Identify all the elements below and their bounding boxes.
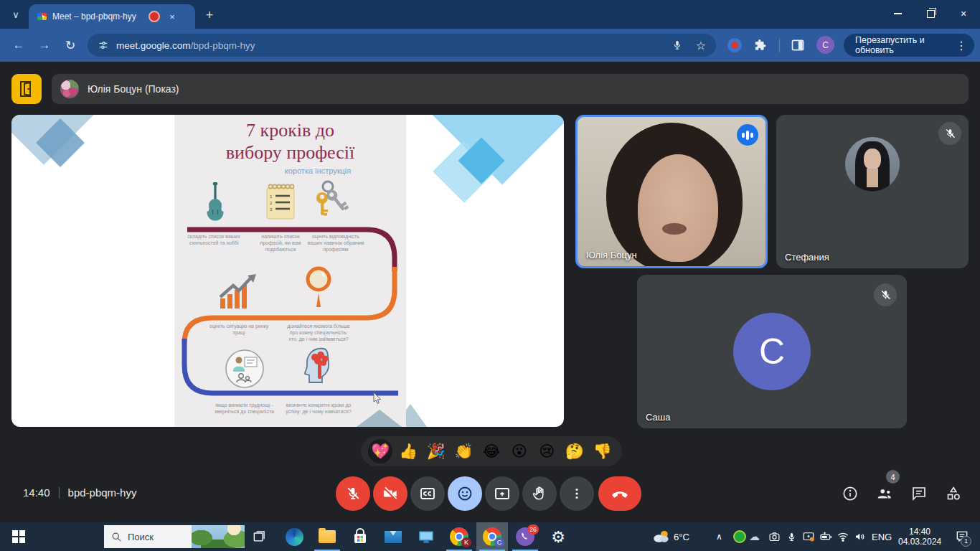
activities-button[interactable] bbox=[942, 482, 965, 505]
meeting-details-button[interactable] bbox=[839, 482, 862, 505]
step-caption: дізнайтеся якомога більше про кожну спец… bbox=[286, 323, 352, 342]
end-call-button[interactable] bbox=[598, 476, 641, 511]
reaction-laugh[interactable]: 😂 bbox=[479, 439, 504, 463]
reactions-bar: 💖 👍 🎉 👏 😂 😮 😢 🤔 👎 bbox=[361, 436, 622, 466]
taskbar-explorer[interactable] bbox=[311, 522, 343, 551]
minimize-icon bbox=[894, 13, 902, 14]
window-minimize-button[interactable] bbox=[881, 0, 914, 27]
video-tile-sasha[interactable]: C Саша bbox=[637, 275, 907, 428]
side-panel-icon[interactable] bbox=[791, 38, 805, 52]
taskbar-clock[interactable]: 14:4004.03.2024 bbox=[898, 522, 941, 551]
action-center-button[interactable]: 1 bbox=[951, 522, 973, 551]
antivirus-icon bbox=[733, 530, 746, 543]
tray-antivirus[interactable] bbox=[732, 522, 748, 551]
chrome-profile-badge: K bbox=[461, 537, 471, 547]
step-caption: визначте конкретні кроки до успіху: де і… bbox=[286, 402, 352, 415]
taskbar-settings[interactable]: ⚙ bbox=[542, 522, 574, 551]
language-indicator[interactable]: ENG bbox=[872, 522, 892, 551]
taskbar-chrome-profile2-active[interactable]: C bbox=[476, 522, 508, 551]
reaction-party[interactable]: 🎉 bbox=[424, 439, 448, 463]
chrome-icon: K bbox=[450, 527, 468, 546]
more-options-button[interactable] bbox=[560, 476, 594, 511]
taskbar-search[interactable]: Поиск bbox=[104, 525, 245, 548]
extensions-puzzle-icon[interactable] bbox=[753, 38, 768, 52]
language-label: ENG bbox=[872, 532, 892, 542]
door-extension-button[interactable] bbox=[11, 74, 42, 104]
magnifier-icon bbox=[298, 263, 339, 310]
present-button[interactable] bbox=[485, 476, 519, 511]
taskbar-chrome-profile1[interactable]: K bbox=[443, 522, 475, 551]
specialist-icon bbox=[225, 349, 265, 389]
tray-volume[interactable] bbox=[852, 522, 868, 551]
chrome-icon: C bbox=[483, 527, 501, 546]
mic-off-icon bbox=[345, 486, 361, 501]
tray-microphone[interactable] bbox=[783, 522, 799, 551]
participants-button[interactable] bbox=[873, 482, 896, 505]
reload-button[interactable]: ↻ bbox=[60, 35, 80, 55]
taskbar-mail[interactable] bbox=[377, 522, 409, 551]
speaker-face bbox=[638, 154, 718, 262]
captions-button[interactable] bbox=[410, 476, 445, 511]
search-daily-image bbox=[192, 525, 245, 548]
back-button[interactable]: ← bbox=[9, 35, 29, 55]
chat-button[interactable] bbox=[908, 482, 930, 505]
new-tab-button[interactable]: + bbox=[201, 7, 218, 23]
restart-update-button[interactable]: Перезапустить и обновить ⋮ bbox=[844, 34, 974, 57]
step-caption: напишіть список професій, які вам подоба… bbox=[250, 233, 311, 253]
start-button[interactable] bbox=[4, 522, 33, 551]
reaction-heart[interactable]: 💖 bbox=[368, 439, 392, 463]
window-restore-button[interactable] bbox=[914, 0, 947, 27]
meeting-time: 14:40 bbox=[23, 486, 50, 499]
reaction-thinking[interactable]: 🤔 bbox=[562, 439, 587, 463]
raise-hand-button[interactable] bbox=[522, 476, 557, 511]
profile-avatar[interactable]: C bbox=[816, 36, 834, 54]
tray-wifi[interactable] bbox=[835, 522, 851, 551]
task-view-button[interactable] bbox=[247, 522, 271, 551]
tray-capture[interactable] bbox=[766, 522, 782, 551]
chrome-tabstrip: ∨ Meet – bpd-pbqm-hyy × + × bbox=[0, 0, 980, 29]
violin-icon bbox=[197, 181, 233, 222]
tray-screenshare[interactable] bbox=[801, 522, 816, 551]
voice-search-icon[interactable] bbox=[672, 39, 683, 51]
site-settings-icon[interactable] bbox=[98, 39, 109, 51]
video-tile-stefania[interactable]: Стефания bbox=[776, 115, 969, 268]
presenting-banner[interactable]: Юлія Боцун (Показ) bbox=[52, 74, 969, 104]
chrome-menu-icon[interactable]: ⋮ bbox=[956, 39, 967, 52]
taskbar-store[interactable] bbox=[344, 522, 376, 551]
raised-hand-icon bbox=[531, 485, 548, 502]
video-tile-yuliia[interactable]: Юлія Боцун bbox=[575, 115, 768, 268]
reaction-thumbs-down[interactable]: 👎 bbox=[590, 439, 615, 463]
reactions-button[interactable] bbox=[448, 476, 482, 511]
capture-icon bbox=[768, 531, 781, 543]
chevron-up-icon: ∧ bbox=[716, 532, 722, 542]
browser-tab[interactable]: Meet – bpd-pbqm-hyy × bbox=[29, 4, 195, 29]
tray-onedrive[interactable]: ☁ bbox=[749, 522, 760, 551]
tray-battery[interactable] bbox=[818, 522, 834, 551]
folder-icon bbox=[319, 530, 336, 543]
weather-widget[interactable]: 6°C bbox=[651, 522, 689, 551]
mic-toggle-button[interactable] bbox=[336, 476, 370, 511]
screenshare-tile: 7 кроків довибору професії коротка інстр… bbox=[11, 115, 564, 427]
restore-icon bbox=[927, 10, 935, 18]
address-bar[interactable]: meet.google.com/bpd-pbqm-hyy ☆ bbox=[88, 34, 716, 57]
window-close-button[interactable]: × bbox=[947, 0, 980, 27]
forward-button[interactable]: → bbox=[34, 35, 55, 55]
tab-search-button[interactable]: ∨ bbox=[6, 5, 26, 24]
taskbar-edge[interactable] bbox=[278, 522, 310, 551]
onedrive-cloud-icon: ☁ bbox=[749, 530, 760, 543]
mic-muted-icon bbox=[874, 283, 897, 306]
taskbar-viber[interactable]: 26 bbox=[509, 522, 541, 551]
reaction-clap[interactable]: 👏 bbox=[451, 439, 476, 463]
reaction-surprised[interactable]: 😮 bbox=[507, 439, 532, 463]
reaction-cry[interactable]: 😢 bbox=[534, 439, 559, 463]
bookmark-star-icon[interactable]: ☆ bbox=[696, 39, 706, 52]
camera-toggle-button[interactable] bbox=[373, 476, 407, 511]
reaction-thumbs-up[interactable]: 👍 bbox=[396, 439, 420, 463]
tab-close-button[interactable]: × bbox=[166, 10, 179, 23]
taskbar-pc[interactable] bbox=[410, 522, 442, 551]
tray-expand[interactable]: ∧ bbox=[716, 522, 722, 551]
audio-indicator-icon bbox=[737, 124, 758, 146]
extension-adblock-icon[interactable] bbox=[727, 38, 742, 52]
tab-title: Meet – bpd-pbqm-hyy bbox=[52, 11, 144, 22]
notepad-icon: 123 bbox=[263, 182, 298, 221]
